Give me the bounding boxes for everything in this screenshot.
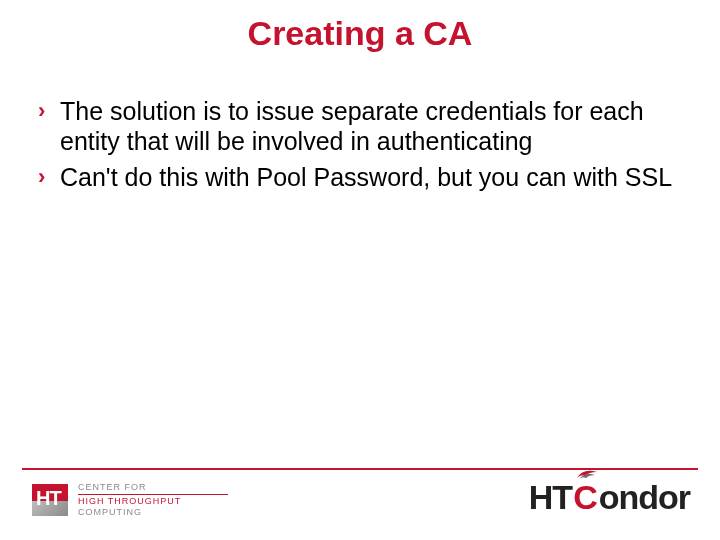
htcondor-logo: HT C ondor (529, 478, 690, 517)
chtc-mark-icon: HT (32, 482, 68, 518)
bullet-item: › The solution is to issue separate cred… (38, 96, 682, 156)
content-area: › The solution is to issue separate cred… (38, 96, 682, 198)
bullet-marker-icon: › (38, 162, 60, 192)
htcondor-c: C (573, 478, 598, 517)
chtc-line1: CENTER FOR (78, 482, 228, 495)
bullet-text: Can't do this with Pool Password, but yo… (60, 162, 682, 192)
chtc-text: CENTER FOR HIGH THROUGHPUT COMPUTING (78, 482, 228, 518)
chtc-line2: HIGH THROUGHPUT (78, 496, 228, 507)
chtc-logo: HT CENTER FOR HIGH THROUGHPUT COMPUTING (32, 482, 228, 518)
chtc-line3: COMPUTING (78, 507, 228, 518)
bullet-item: › Can't do this with Pool Password, but … (38, 162, 682, 192)
htcondor-ondor: ondor (599, 478, 690, 517)
slide-title: Creating a CA (0, 14, 720, 53)
chtc-mark-text: HT (36, 488, 61, 508)
htcondor-ht: HT (529, 478, 572, 517)
wing-icon (575, 468, 599, 480)
bullet-marker-icon: › (38, 96, 60, 126)
footer: HT CENTER FOR HIGH THROUGHPUT COMPUTING … (0, 464, 720, 540)
bullet-text: The solution is to issue separate creden… (60, 96, 682, 156)
slide: Creating a CA › The solution is to issue… (0, 0, 720, 540)
